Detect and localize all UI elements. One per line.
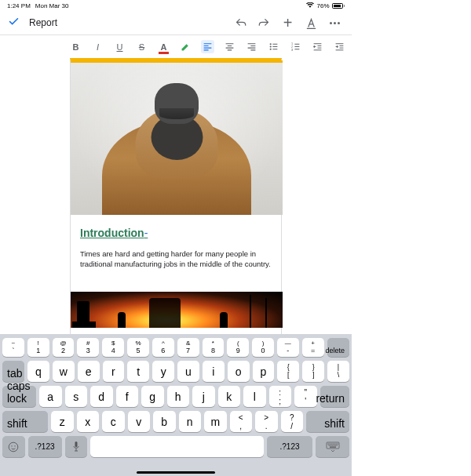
key-g[interactable]: g xyxy=(141,386,164,407)
svg-rect-13 xyxy=(329,443,330,444)
key-dictation[interactable] xyxy=(65,436,88,457)
key-punct-/[interactable]: ?/ xyxy=(281,411,304,432)
svg-rect-25 xyxy=(330,446,336,447)
key-h[interactable]: h xyxy=(167,386,190,407)
align-right-button[interactable] xyxy=(245,40,258,53)
document-page[interactable]: Introduction- Times are hard and getting… xyxy=(70,58,282,348)
key-4[interactable]: $4 xyxy=(102,338,124,357)
key-hide-keyboard[interactable] xyxy=(316,436,349,457)
key-bracket-[[interactable]: {[ xyxy=(277,361,299,382)
align-center-button[interactable] xyxy=(223,40,236,53)
key-space[interactable] xyxy=(90,436,264,457)
home-indicator[interactable] xyxy=(137,471,215,474)
svg-text:3: 3 xyxy=(291,49,293,52)
key-punct-;[interactable]: :; xyxy=(269,386,292,407)
key-caps-lock[interactable]: caps lock xyxy=(2,386,36,407)
bold-button[interactable]: B xyxy=(69,40,82,53)
key-j[interactable]: j xyxy=(192,386,215,407)
key-bracket-][interactable]: }] xyxy=(302,361,324,382)
status-time: 1:24 PM xyxy=(7,2,31,9)
key-n[interactable]: n xyxy=(179,411,202,432)
italic-button[interactable]: I xyxy=(91,40,104,53)
key-y[interactable]: y xyxy=(152,361,174,382)
key-q[interactable]: q xyxy=(27,361,49,382)
battery-icon xyxy=(332,3,345,9)
key-v[interactable]: v xyxy=(128,411,151,432)
onscreen-keyboard: ~`!1@2#3$4%5^6&7*8(9)0—-+=delete tab qwe… xyxy=(0,334,352,476)
key-punct-.[interactable]: >. xyxy=(255,411,278,432)
key-9[interactable]: (9 xyxy=(227,338,249,357)
indent-decrease-button[interactable] xyxy=(311,40,324,53)
bullet-list-button[interactable] xyxy=(267,40,280,53)
svg-rect-19 xyxy=(328,445,329,445)
key-p[interactable]: p xyxy=(253,361,275,382)
document-image-2[interactable] xyxy=(71,292,283,328)
key-e[interactable]: e xyxy=(78,361,100,382)
key-7[interactable]: &7 xyxy=(177,338,199,357)
text-color-button[interactable]: A xyxy=(157,40,170,53)
more-icon[interactable] xyxy=(329,17,341,29)
svg-rect-21 xyxy=(331,445,332,445)
underline-button[interactable]: U xyxy=(113,40,126,53)
key-s[interactable]: s xyxy=(65,386,88,407)
key-m[interactable]: m xyxy=(204,411,227,432)
key-numeric-right[interactable]: .?123 xyxy=(267,436,312,457)
key-d[interactable]: d xyxy=(90,386,113,407)
key-l[interactable]: l xyxy=(243,386,266,407)
key-emoji[interactable] xyxy=(2,436,25,457)
key-f[interactable]: f xyxy=(116,386,139,407)
key-tab[interactable]: tab xyxy=(2,361,24,382)
key-0[interactable]: )0 xyxy=(252,338,274,357)
battery-percent: 76% xyxy=(316,2,329,9)
done-check-icon[interactable] xyxy=(8,16,20,30)
key-punct-,[interactable]: <, xyxy=(230,411,253,432)
strikethrough-button[interactable]: S xyxy=(135,40,148,53)
status-bar: 1:24 PM Mon Mar 30 76% xyxy=(0,0,352,11)
key-2[interactable]: @2 xyxy=(53,338,75,357)
svg-rect-16 xyxy=(334,443,334,444)
key-u[interactable]: u xyxy=(177,361,199,382)
key-a[interactable]: a xyxy=(39,386,62,407)
key-8[interactable]: *8 xyxy=(203,338,225,357)
undo-icon[interactable] xyxy=(235,17,246,29)
document-image-1[interactable] xyxy=(71,60,283,215)
key-z[interactable]: z xyxy=(51,411,74,432)
key-return[interactable]: return xyxy=(320,386,350,407)
key-k[interactable]: k xyxy=(218,386,241,407)
key-t[interactable]: t xyxy=(127,361,149,382)
numbered-list-button[interactable]: 123 xyxy=(289,40,302,53)
key-delete[interactable]: delete xyxy=(327,338,350,357)
key-1[interactable]: !1 xyxy=(27,338,49,357)
indent-increase-button[interactable] xyxy=(333,40,346,53)
key-b[interactable]: b xyxy=(153,411,176,432)
key-w[interactable]: w xyxy=(53,361,75,382)
key-punct-'[interactable]: "' xyxy=(294,386,317,407)
key-o[interactable]: o xyxy=(228,361,250,382)
key-numeric-left[interactable]: .?123 xyxy=(28,436,62,457)
document-title[interactable]: Report xyxy=(29,17,235,28)
key-shift-right[interactable]: shift xyxy=(306,411,349,432)
svg-rect-17 xyxy=(335,443,336,444)
key-3[interactable]: #3 xyxy=(77,338,99,357)
key-`[interactable]: ~` xyxy=(2,338,24,357)
text-format-icon[interactable] xyxy=(305,17,317,29)
key-6[interactable]: ^6 xyxy=(152,338,174,357)
heading-introduction[interactable]: Introduction- xyxy=(71,215,281,242)
key-bracket-\[interactable]: |\ xyxy=(327,361,349,382)
key-r[interactable]: r xyxy=(103,361,125,382)
redo-icon[interactable] xyxy=(258,17,270,29)
key-shift-left[interactable]: shift xyxy=(2,411,48,432)
key-x[interactable]: x xyxy=(77,411,100,432)
key-5[interactable]: %5 xyxy=(127,338,149,357)
align-left-button[interactable] xyxy=(201,40,214,53)
app-header: Report + xyxy=(0,11,352,35)
status-date: Mon Mar 30 xyxy=(35,2,69,9)
key-=[interactable]: += xyxy=(302,338,324,357)
key-i[interactable]: i xyxy=(203,361,225,382)
highlight-button[interactable] xyxy=(179,40,192,53)
key-c[interactable]: c xyxy=(102,411,125,432)
insert-icon[interactable]: + xyxy=(282,17,294,29)
body-paragraph[interactable]: Times are hard and getting harder for ma… xyxy=(71,242,281,270)
key--[interactable]: —- xyxy=(277,338,299,357)
svg-rect-20 xyxy=(330,445,330,445)
